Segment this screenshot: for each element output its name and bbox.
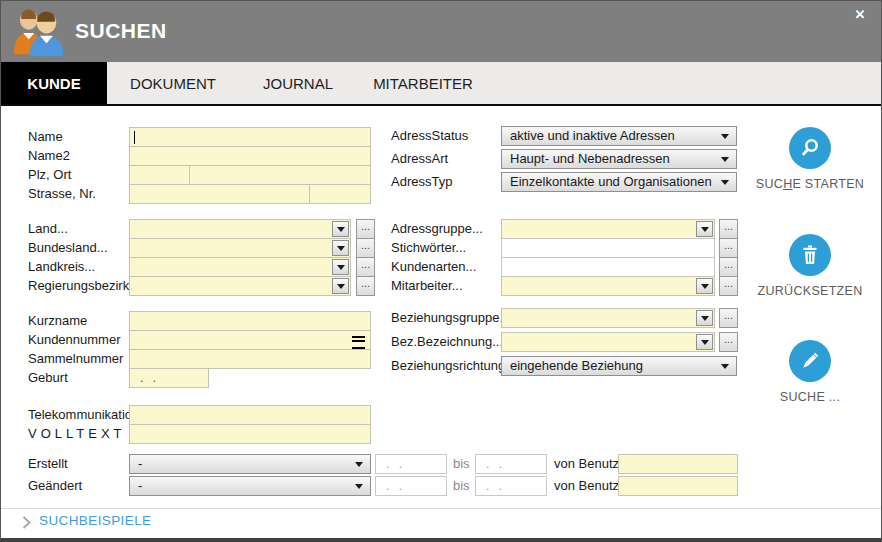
name2-field[interactable]: [129, 146, 371, 166]
sammelnummer-field[interactable]: [129, 349, 371, 369]
stichwoerter-field[interactable]: [501, 238, 715, 258]
land-dropdown-button[interactable]: [332, 221, 349, 237]
bez-bezeichnung-ellipsis-button[interactable]: ...: [719, 332, 738, 352]
tab-journal[interactable]: JOURNAL: [239, 62, 357, 104]
footer-divider: [1, 508, 881, 509]
adressgruppe-dropdown-button[interactable]: [696, 221, 713, 237]
volltext-field[interactable]: [129, 424, 371, 444]
start-search-button[interactable]: [789, 127, 831, 169]
nr-field[interactable]: [309, 184, 371, 204]
plz-field[interactable]: [129, 165, 190, 185]
tab-dokument[interactable]: DOKUMENT: [107, 62, 239, 104]
kundenarten-field[interactable]: [501, 257, 715, 277]
geburt-field[interactable]: . .: [129, 368, 209, 388]
contacts-people-icon: [11, 7, 67, 57]
kurzname-label: Kurzname: [28, 313, 87, 329]
regierungsbezirk-ellipsis-button[interactable]: ...: [356, 276, 375, 296]
chevron-down-icon: [701, 284, 709, 289]
ort-field[interactable]: [189, 165, 371, 185]
chevron-down-icon: [337, 284, 345, 289]
chevron-down-icon: [701, 227, 709, 232]
close-icon[interactable]: ✕: [851, 6, 869, 24]
mitarbeiter-label: Mitarbeiter...: [391, 278, 463, 294]
beziehungsrichtung-dropdown[interactable]: eingehende Beziehung: [501, 356, 737, 376]
bez-bezeichnung-dropdown-button[interactable]: [696, 334, 713, 350]
geaendert-range-dropdown[interactable]: -: [129, 476, 371, 496]
beziehungsgruppe-combo[interactable]: [501, 308, 715, 328]
land-ellipsis-button[interactable]: ...: [356, 219, 375, 239]
adressart-dropdown[interactable]: Haupt- und Nebenadressen: [501, 149, 737, 169]
chevron-down-icon: [355, 462, 363, 467]
landkreis-dropdown-button[interactable]: [332, 259, 349, 275]
chevron-down-icon: [721, 180, 729, 185]
beziehungsgruppe-dropdown-button[interactable]: [696, 310, 713, 326]
beziehungsgruppe-ellipsis-button[interactable]: ...: [719, 308, 738, 328]
geaendert-date-to-field[interactable]: . .: [475, 476, 547, 496]
reset-label[interactable]: ZURÜCKSETZEN: [740, 284, 880, 298]
chevron-down-icon: [701, 340, 709, 345]
menu-icon[interactable]: [352, 336, 365, 349]
telekommunikation-label: Telekommunikation: [28, 407, 139, 423]
tab-mitarbeiter[interactable]: MITARBEITER: [357, 62, 489, 104]
mitarbeiter-dropdown-button[interactable]: [696, 278, 713, 294]
strasse-field[interactable]: [129, 184, 310, 204]
suchbeispiele-link[interactable]: SUCHBEISPIELE: [39, 513, 152, 528]
kundennummer-field[interactable]: [129, 330, 371, 350]
beziehungsgruppe-label: Beziehungsgruppe...: [391, 310, 510, 326]
landkreis-ellipsis-button[interactable]: ...: [356, 257, 375, 277]
trash-icon: [798, 243, 822, 267]
chevron-down-icon: [337, 246, 345, 251]
mitarbeiter-combo[interactable]: [501, 276, 715, 296]
regierungsbezirk-combo[interactable]: [129, 276, 351, 296]
bundesland-dropdown-button[interactable]: [332, 240, 349, 256]
tab-bar: KUNDE DOKUMENT JOURNAL MITARBEITER: [1, 62, 881, 106]
edit-search-button[interactable]: [789, 340, 831, 382]
geburt-label: Geburt: [28, 370, 68, 386]
beziehungsrichtung-label: Beziehungsrichtung: [391, 358, 505, 374]
telekommunikation-field[interactable]: [129, 405, 371, 425]
erstellt-range-dropdown[interactable]: -: [129, 454, 371, 474]
kurzname-field[interactable]: [129, 311, 371, 331]
adresstyp-label: AdressTyp: [391, 174, 452, 190]
strasse-nr-label: Strasse, Nr.: [28, 186, 96, 202]
geaendert-benutzer-field[interactable]: [618, 476, 738, 496]
erstellt-date-to-field[interactable]: . .: [475, 454, 547, 474]
regierungsbezirk-label: Regierungsbezirk...: [28, 278, 140, 294]
search-window: SUCHEN ✕ KUNDE DOKUMENT JOURNAL MITARBEI…: [0, 0, 882, 542]
chevron-down-icon: [701, 316, 709, 321]
mitarbeiter-ellipsis-button[interactable]: ...: [719, 276, 738, 296]
bundesland-combo[interactable]: [129, 238, 351, 258]
edit-search-label[interactable]: SUCHE ...: [740, 390, 880, 404]
reset-button[interactable]: [789, 234, 831, 276]
erstellt-date-from-field[interactable]: . .: [375, 454, 447, 474]
start-search-label-post: E STARTEN: [792, 177, 864, 191]
kundenarten-ellipsis-button[interactable]: ...: [719, 257, 738, 277]
start-search-label[interactable]: SUCHE STARTEN: [740, 177, 880, 191]
window-header: SUCHEN ✕: [1, 1, 881, 62]
adressstatus-dropdown[interactable]: aktive und inaktive Adressen: [501, 126, 737, 146]
bundesland-label: Bundesland...: [28, 240, 108, 256]
land-combo[interactable]: [129, 219, 351, 239]
adresstyp-dropdown[interactable]: Einzelkontakte und Organisationen: [501, 172, 737, 192]
text-caret: [134, 131, 135, 144]
stichwoerter-ellipsis-button[interactable]: ...: [719, 238, 738, 258]
name-field[interactable]: [129, 127, 371, 147]
name-label: Name: [28, 129, 63, 145]
bez-bezeichnung-combo[interactable]: [501, 332, 715, 352]
beziehungsrichtung-value: eingehende Beziehung: [510, 358, 643, 373]
geaendert-label: Geändert: [28, 478, 82, 494]
adressstatus-value: aktive und inaktive Adressen: [510, 128, 675, 143]
kundennummer-label: Kundennummer: [28, 332, 121, 348]
geaendert-bis-label: bis: [453, 478, 470, 494]
landkreis-combo[interactable]: [129, 257, 351, 277]
bundesland-ellipsis-button[interactable]: ...: [356, 238, 375, 258]
erstellt-benutzer-field[interactable]: [618, 454, 738, 474]
adressart-label: AdressArt: [391, 151, 448, 167]
regierungsbezirk-dropdown-button[interactable]: [332, 278, 349, 294]
adressgruppe-ellipsis-button[interactable]: ...: [719, 219, 738, 239]
geaendert-date-from-field[interactable]: . .: [375, 476, 447, 496]
chevron-down-icon: [721, 134, 729, 139]
adressgruppe-combo[interactable]: [501, 219, 715, 239]
chevron-right-icon: [21, 515, 32, 530]
tab-kunde[interactable]: KUNDE: [1, 62, 107, 104]
